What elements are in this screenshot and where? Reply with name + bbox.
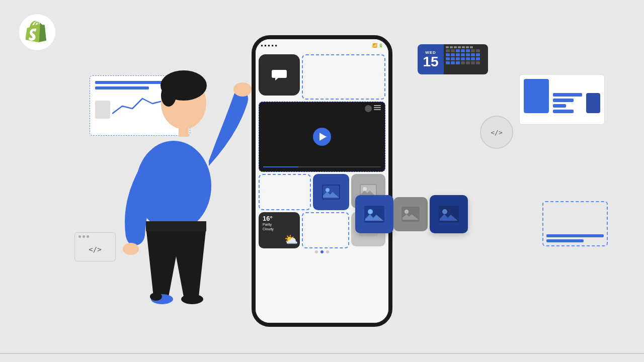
analytics-line-2 bbox=[553, 99, 574, 102]
floating-card-blue-2 bbox=[430, 195, 468, 233]
dot-1 bbox=[315, 250, 318, 253]
chat-widget bbox=[259, 54, 300, 96]
phone-screen-content: 16° PartlyCloudy ⛅ bbox=[256, 51, 388, 323]
code-speech-bubble: </> bbox=[480, 116, 513, 149]
svg-point-11 bbox=[161, 84, 176, 107]
analytics-widget bbox=[519, 74, 605, 125]
floating-card-gray bbox=[393, 197, 428, 231]
image-widget-line-2 bbox=[546, 239, 584, 242]
analytics-line-1 bbox=[553, 93, 582, 97]
weather-condition: PartlyCloudy bbox=[263, 222, 296, 231]
dashed-placeholder-1 bbox=[302, 54, 385, 100]
image-placeholder-widget bbox=[542, 201, 608, 246]
mobile-phone: ● ● ● ● ● 📶 🔋 bbox=[252, 35, 392, 327]
svg-point-20 bbox=[368, 209, 373, 214]
svg-point-17 bbox=[181, 294, 203, 304]
video-menu-icon bbox=[374, 105, 381, 110]
bottom-divider bbox=[0, 353, 644, 354]
dot-3 bbox=[326, 250, 329, 253]
calendar-grid-section bbox=[444, 44, 488, 74]
analytics-line-4 bbox=[553, 110, 574, 113]
svg-rect-12 bbox=[179, 126, 189, 137]
dashed-placeholder-2 bbox=[259, 174, 311, 210]
dashed-placeholder-3 bbox=[302, 212, 349, 248]
floating-card-blue-1 bbox=[355, 195, 393, 233]
image-widget-line-1 bbox=[546, 234, 604, 237]
calendar-date-section: WED 15 bbox=[418, 44, 444, 74]
svg-point-6 bbox=[363, 187, 367, 191]
floating-image-cards bbox=[355, 195, 468, 233]
svg-point-14 bbox=[233, 82, 252, 97]
weather-icon: ⛅ bbox=[284, 233, 298, 246]
code-speech-label: </> bbox=[491, 129, 502, 136]
widget-row-1 bbox=[259, 54, 385, 100]
shopify-logo bbox=[19, 14, 55, 50]
status-right: 📶 🔋 bbox=[372, 43, 383, 48]
weather-widget: 16° PartlyCloudy ⛅ bbox=[259, 212, 300, 248]
svg-point-13 bbox=[123, 243, 139, 255]
status-dots: ● ● ● ● ● bbox=[261, 43, 277, 48]
analytics-bar-secondary bbox=[586, 93, 600, 113]
svg-point-24 bbox=[442, 209, 447, 214]
play-button[interactable] bbox=[313, 128, 331, 146]
dot-2-active bbox=[320, 250, 324, 253]
analytics-line-3 bbox=[553, 104, 566, 108]
phone-status-bar: ● ● ● ● ● 📶 🔋 bbox=[256, 39, 388, 51]
image-widget-blue bbox=[313, 174, 349, 210]
analytics-text-lines bbox=[553, 91, 582, 113]
calendar-widget: WED 15 bbox=[418, 44, 488, 74]
video-avatar-icon bbox=[365, 105, 372, 112]
svg-point-16 bbox=[150, 293, 162, 301]
svg-rect-18 bbox=[146, 221, 206, 231]
svg-point-22 bbox=[405, 210, 409, 214]
analytics-bar-main bbox=[524, 79, 549, 113]
video-progress-bar bbox=[263, 165, 381, 168]
video-widget bbox=[259, 102, 385, 172]
weather-temperature: 16° bbox=[263, 215, 296, 222]
page-indicator bbox=[256, 250, 388, 253]
svg-point-3 bbox=[326, 188, 330, 192]
video-top-icons bbox=[365, 105, 381, 112]
person-illustration bbox=[80, 25, 252, 337]
calendar-date-number: 15 bbox=[423, 55, 438, 69]
